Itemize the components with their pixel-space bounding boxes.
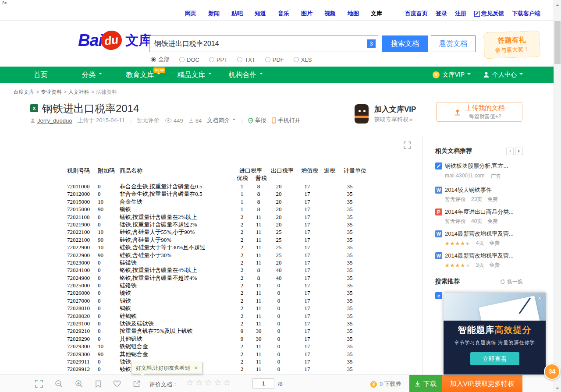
download-button[interactable]: 下载	[409, 375, 442, 392]
bookmark-icon[interactable]	[95, 380, 101, 388]
related-doc-item[interactable]: W2014较大钢铁事件暂无评价23页免费	[435, 186, 523, 203]
doc-intro-dropdown[interactable]: 文档简介	[207, 117, 236, 124]
nav-item-精品文库[interactable]: 精品文库	[169, 67, 220, 83]
table-cell: 72015000	[67, 205, 98, 213]
breadcrumb-link[interactable]: 人文社科	[68, 89, 89, 95]
table-cell: 17	[301, 266, 314, 274]
sponsored-item[interactable]: 钢铁板块股票分析,官方... mall.430011.com 广告	[435, 162, 523, 180]
topnav-link-文库[interactable]: 文库	[371, 10, 382, 18]
rate-star[interactable]: ☆	[195, 378, 205, 387]
breadcrumb-link[interactable]: 百度文库	[13, 89, 34, 95]
wenku-vip-menu[interactable]: V 文库VIP	[433, 71, 471, 79]
nav-item-教育文库[interactable]: 教育文库NEW	[117, 67, 169, 83]
search-rec-title: 搜索推荐	[435, 278, 460, 286]
scrollbar-thumb[interactable]	[554, 21, 561, 64]
baidu-home-link[interactable]: 百度首页	[405, 10, 428, 18]
search-docs-button[interactable]: 搜索文档	[382, 35, 428, 52]
table-cell: 8	[252, 205, 265, 213]
upload-my-docs-button[interactable]: 上传我的文档 每篇财富值+2	[436, 102, 522, 122]
join-vip-button[interactable]: 加入VIP,获取更多特权	[442, 375, 522, 392]
table-cell: 20	[271, 190, 286, 198]
filter-DOC[interactable]: DOC	[179, 57, 199, 63]
topnav-link-网页[interactable]: 网页	[185, 10, 196, 18]
search-count-badge[interactable]: 3	[367, 39, 376, 48]
report-link[interactable]: 举报	[248, 117, 266, 124]
table-cell: 9	[235, 327, 249, 335]
ad-cta-button[interactable]: 立即查看	[470, 352, 519, 365]
join-vip-promo[interactable]: 加入文库VIP 获取专享特权»	[353, 103, 416, 124]
table-cell: 72024100	[67, 266, 98, 274]
nav-item-机构合作[interactable]: 机构合作	[220, 67, 271, 83]
scroll-down-arrow[interactable]	[554, 385, 561, 392]
table-cell: 硅铁,含硅量大于55%,小于90%	[120, 228, 236, 236]
filter-全部[interactable]: 全部	[151, 56, 170, 64]
chevron-down-icon	[467, 73, 471, 77]
table-cell: 17	[301, 304, 314, 312]
table-cell: 11	[252, 297, 265, 304]
account-menu[interactable]: 个人中心	[483, 71, 523, 79]
topnav-link-视频[interactable]: 视频	[324, 10, 336, 18]
zoom-in-icon[interactable]	[75, 380, 83, 388]
floating-notification-badge[interactable]: 34	[544, 364, 560, 380]
topnav-link-新闻[interactable]: 新闻	[208, 10, 220, 18]
heart-icon[interactable]	[113, 380, 121, 387]
topnav-link-图片[interactable]: 图片	[301, 10, 312, 18]
register-link[interactable]: 注册	[455, 10, 466, 18]
rate-star[interactable]: ☆	[205, 378, 214, 387]
ad-popup[interactable]: × 智能题库高效提分 章节学习真题演练 海量资源任你学 立即查看	[444, 293, 546, 374]
page-scrollbar[interactable]	[554, 0, 561, 392]
rate-star[interactable]: ☆	[223, 378, 232, 387]
share-icon[interactable]	[133, 380, 140, 387]
rate-star[interactable]: ☆	[186, 378, 195, 387]
page-total-label: /8	[278, 381, 283, 387]
search-input[interactable]	[150, 36, 378, 52]
related-doc-title: 2014年度进出口商品分类...	[445, 208, 514, 216]
shield-icon	[248, 118, 253, 124]
scroll-up-arrow[interactable]	[554, 0, 561, 7]
fullscreen-icon[interactable]	[35, 380, 43, 388]
table-cell: 10	[98, 244, 115, 251]
fullscreen-expand-icon[interactable]	[404, 141, 411, 149]
refresh-button[interactable]: 换一换	[500, 278, 523, 286]
related-doc-item[interactable]: W2014最新营改增税率及营...★★★★★3页免费	[435, 252, 523, 269]
topnav-link-贴吧[interactable]: 贴吧	[231, 10, 243, 18]
reward-docs-button[interactable]: 悬赏文档	[431, 35, 476, 52]
sidebar: 相关文档推荐 钢铁板块股票分析,官方... mall.430011.com 广告…	[435, 147, 523, 300]
table-cell: 硅铁,含硅量小于30%	[120, 251, 236, 259]
topnav-link-知道[interactable]: 知道	[255, 10, 266, 18]
open-on-mobile-link[interactable]: 手机打开	[272, 117, 301, 124]
filter-PPT[interactable]: PPT	[209, 57, 227, 63]
quiz-promo-banner[interactable]: 答题有礼 参与赢大奖！	[483, 31, 540, 59]
file-type-filters: 全部DOCPPTTXTPDFXLS	[151, 56, 312, 64]
feedback-link[interactable]: 意见反馈	[474, 10, 504, 18]
related-prev-button[interactable]	[506, 148, 514, 155]
table-cell: 17	[301, 213, 314, 221]
tooltip-close-icon[interactable]: ×	[194, 364, 198, 371]
page-number-input[interactable]	[252, 378, 274, 388]
rate-star[interactable]: ☆	[214, 378, 223, 387]
radio-icon	[209, 57, 214, 62]
nav-item-分类[interactable]: 分类	[66, 67, 117, 83]
ad-close-icon[interactable]: ×	[537, 294, 542, 303]
baidu-wenku-logo[interactable]: Bai du 文库	[78, 31, 152, 50]
filter-PDF[interactable]: PDF	[265, 57, 284, 63]
nav-item-首页[interactable]: 首页	[15, 67, 66, 83]
filter-XLS[interactable]: XLS	[294, 57, 312, 63]
login-link[interactable]: 登录	[436, 10, 447, 18]
related-next-button[interactable]	[515, 148, 523, 155]
table-cell: 11	[252, 289, 265, 297]
table-row: 7202930010铁铌钽合金21101735	[30, 343, 423, 350]
filter-TXT[interactable]: TXT	[237, 57, 256, 63]
breadcrumb-link[interactable]: 专业资料	[41, 89, 62, 95]
related-doc-item[interactable]: W2014最新营改增税率及营...★★★★★4页免费	[435, 230, 523, 247]
table-cell: 72029290	[67, 335, 98, 343]
related-doc-item[interactable]: P2014年度进出口商品分类...暂无评价40页免费	[435, 208, 523, 225]
table-cell: 2	[235, 297, 249, 304]
topnav-link-音乐[interactable]: 音乐	[278, 10, 289, 18]
zoom-out-icon[interactable]	[55, 380, 63, 388]
topnav-link-地图[interactable]: 地图	[348, 10, 359, 18]
table-cell: 11	[252, 282, 265, 289]
table-cell: 17	[301, 244, 314, 251]
download-client-link[interactable]: 下载客户端	[512, 10, 540, 18]
uploader-link[interactable]: Jerry_duoduo	[37, 117, 72, 124]
